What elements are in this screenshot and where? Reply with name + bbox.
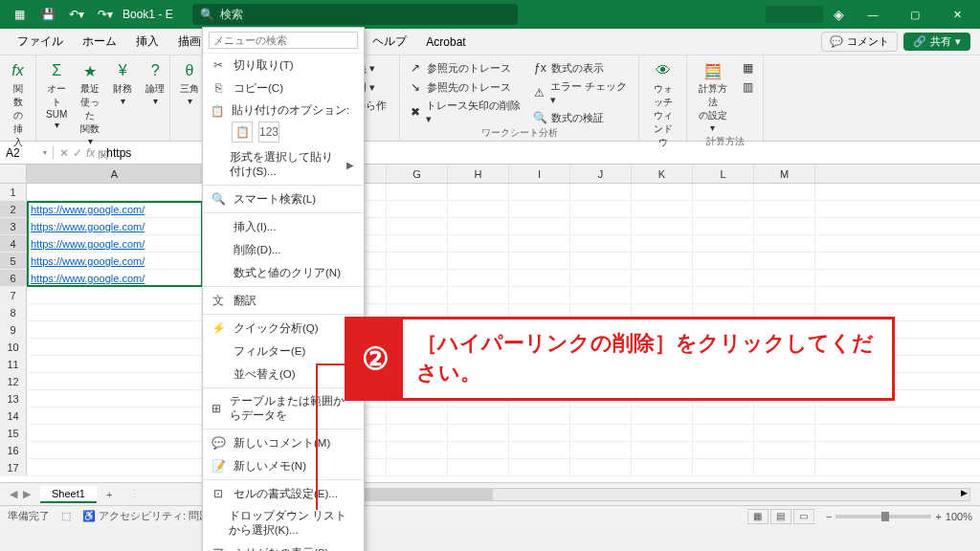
diamond-icon[interactable]: ◈ [827, 3, 850, 26]
row-header-15[interactable]: 15 [0, 425, 27, 441]
tab-insert[interactable]: 挿入 [126, 29, 168, 55]
cell[interactable] [509, 218, 570, 234]
row-header-7[interactable]: 7 [0, 287, 27, 303]
cell[interactable] [387, 425, 448, 441]
cell-A3[interactable]: https://www.google.com/ [27, 218, 203, 234]
horizontal-scrollbar[interactable]: ◀▶ [339, 488, 970, 501]
cell-A17[interactable] [27, 459, 203, 475]
row-header-5[interactable]: 5 [0, 253, 27, 269]
cell[interactable] [387, 184, 448, 200]
cell[interactable] [509, 287, 570, 303]
menu-smart-lookup[interactable]: 🔍スマート検索(L) [203, 187, 364, 210]
cell[interactable] [754, 425, 815, 441]
col-header-G[interactable]: G [387, 165, 448, 183]
cell[interactable] [509, 235, 570, 252]
col-header-J[interactable]: J [570, 165, 632, 183]
comments-button[interactable]: 💬 コメント [821, 32, 898, 52]
cell[interactable] [387, 201, 448, 217]
cell[interactable] [754, 253, 815, 269]
cell[interactable] [754, 270, 815, 286]
menu-new-note[interactable]: 📝新しいメモ(N) [203, 454, 364, 477]
cell[interactable] [570, 218, 632, 234]
cell[interactable] [509, 442, 570, 458]
normal-view-button[interactable]: ▦ [747, 509, 768, 524]
cell[interactable] [570, 408, 632, 424]
menu-insert[interactable]: 挿入(I)... [203, 215, 364, 238]
cell[interactable] [509, 201, 570, 217]
trace-precedents-button[interactable]: ↗参照元のトレース [406, 59, 524, 77]
cell[interactable] [387, 442, 448, 458]
zoom-in-button[interactable]: + [935, 511, 941, 522]
cell[interactable] [632, 270, 693, 286]
cell[interactable] [448, 287, 509, 303]
menu-copy[interactable]: ⎘コピー(C) [203, 77, 364, 99]
row-header-16[interactable]: 16 [0, 442, 27, 458]
cell[interactable] [693, 425, 754, 441]
cell[interactable] [632, 442, 693, 458]
row-header-10[interactable]: 10 [0, 339, 27, 355]
menu-search-input[interactable] [209, 32, 358, 49]
recent-functions-button[interactable]: ★最近使った 関数 ▾ [77, 59, 103, 148]
cell[interactable] [448, 218, 509, 234]
hyperlink[interactable]: https://www.google.com/ [31, 255, 145, 267]
cell[interactable] [570, 270, 632, 286]
row-header-12[interactable]: 12 [0, 373, 27, 389]
menu-delete[interactable]: 削除(D)... [203, 238, 364, 261]
save-icon[interactable]: 💾 [36, 3, 59, 26]
add-sheet-button[interactable]: + [97, 489, 122, 500]
cell[interactable] [448, 270, 509, 286]
cell[interactable] [754, 235, 815, 252]
menu-phonetic[interactable]: アふりがなの表示(S) [203, 541, 364, 551]
row-header-13[interactable]: 13 [0, 390, 27, 407]
cell[interactable] [570, 425, 632, 441]
cell-A10[interactable] [27, 339, 203, 355]
col-header-L[interactable]: L [693, 165, 754, 183]
cell-A2[interactable]: https://www.google.com/ [27, 201, 203, 217]
cell[interactable] [448, 408, 509, 424]
cell-A15[interactable] [27, 425, 203, 441]
cell[interactable] [632, 235, 693, 252]
cell[interactable] [754, 459, 815, 475]
cell-A12[interactable] [27, 373, 203, 389]
cell[interactable] [387, 408, 448, 424]
remove-arrows-button[interactable]: ✖トレース矢印の削除 ▾ [406, 98, 524, 126]
hyperlink[interactable]: https://www.google.com/ [31, 221, 145, 232]
sheet-prev-icon[interactable]: ◀ [10, 488, 17, 500]
minimize-button[interactable]: — [854, 0, 892, 29]
cell[interactable] [448, 253, 509, 269]
autosum-button[interactable]: Σオート SUM ▾ [42, 59, 71, 148]
cell[interactable] [754, 218, 815, 234]
hyperlink[interactable]: https://www.google.com/ [31, 273, 145, 284]
hyperlink[interactable]: https://www.google.com/ [31, 204, 145, 215]
page-break-view-button[interactable]: ▭ [793, 509, 814, 524]
calc-now-button[interactable]: ▦ [738, 59, 757, 77]
menu-quick-analysis[interactable]: ⚡クイック分析(Q) [203, 317, 364, 340]
cell-A11[interactable] [27, 356, 203, 372]
name-box[interactable]: A2▾ [0, 146, 54, 160]
financial-button[interactable]: ¥財務 ▾ [109, 59, 136, 148]
cell[interactable] [693, 201, 754, 217]
cell[interactable] [448, 184, 509, 200]
col-header-H[interactable]: H [448, 165, 509, 183]
cell[interactable] [754, 184, 815, 200]
menu-clear[interactable]: 数式と値のクリア(N) [203, 261, 364, 284]
cell[interactable] [693, 459, 754, 475]
cell[interactable] [570, 287, 632, 303]
zoom-level[interactable]: 100% [946, 511, 972, 522]
tab-help[interactable]: ヘルプ [363, 29, 416, 55]
watch-window-button[interactable]: 👁ウォッチ ウィンドウ [645, 59, 680, 151]
trig-button[interactable]: θ三角 ▾ [176, 59, 203, 135]
cancel-icon[interactable]: ✕ [59, 146, 69, 160]
close-button[interactable]: ✕ [938, 0, 976, 29]
tab-acrobat[interactable]: Acrobat [416, 29, 475, 55]
logical-button[interactable]: ?論理 ▾ [142, 59, 168, 148]
zoom-slider[interactable] [835, 515, 931, 518]
row-header-2[interactable]: 2 [0, 201, 27, 217]
cell[interactable] [570, 459, 632, 475]
cell[interactable] [387, 459, 448, 475]
account-badge[interactable] [766, 6, 823, 23]
cell[interactable] [632, 425, 693, 441]
menu-dropdown-list[interactable]: ドロップダウン リストから選択(K)... [203, 505, 364, 541]
cell[interactable] [509, 253, 570, 269]
trace-dependents-button[interactable]: ↘参照先のトレース [406, 78, 524, 96]
